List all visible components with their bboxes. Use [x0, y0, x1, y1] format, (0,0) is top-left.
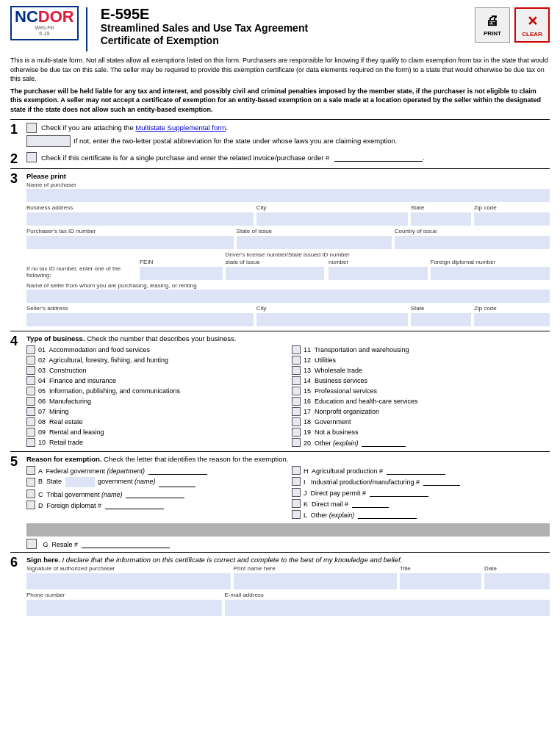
input-drivers-state[interactable]: [226, 267, 325, 280]
input-foreign-diplomat[interactable]: [431, 267, 550, 280]
business-item-17: 17 Nonprofit organization: [292, 407, 550, 416]
business-item-12: 12 Utilities: [292, 356, 550, 365]
input-sellers-city[interactable]: [256, 313, 408, 326]
checkbox-17[interactable]: [292, 407, 301, 416]
business-item-14: 14 Business services: [292, 376, 550, 385]
checkbox-08[interactable]: [26, 417, 35, 426]
form-title-line1: Streamlined Sales and Use Tax Agreement: [101, 22, 308, 35]
input-state-issue[interactable]: [237, 236, 392, 249]
input-zip[interactable]: [474, 212, 550, 226]
checkbox-18[interactable]: [292, 417, 301, 426]
input-name-purchaser[interactable]: [26, 189, 550, 202]
input-country-issue[interactable]: [395, 236, 550, 249]
resale-row: G Resale #: [26, 539, 550, 549]
input-sellers-address[interactable]: [26, 313, 254, 326]
checkbox-A[interactable]: [26, 466, 35, 475]
section1-text2: If not, enter the two-letter postal abbr…: [73, 137, 397, 145]
checkbox-16[interactable]: [292, 397, 301, 406]
input-print-name[interactable]: [234, 573, 397, 589]
input-sellers-state[interactable]: [411, 313, 471, 326]
checkbox-J[interactable]: [292, 488, 301, 497]
label-foreign-diplomat: Foreign diplomat number: [431, 259, 550, 266]
checkbox-05[interactable]: [26, 387, 35, 395]
print-icon: 🖨: [486, 13, 499, 29]
checkbox-03[interactable]: [26, 366, 35, 375]
input-fein[interactable]: [140, 267, 223, 280]
input-drivers-number[interactable]: [329, 267, 428, 280]
checkbox-D[interactable]: [26, 500, 35, 509]
input-sellers-zip[interactable]: [474, 313, 550, 326]
checkbox-07[interactable]: [26, 407, 35, 416]
business-item-02: 02 Agricultural, forestry, fishing, and …: [26, 356, 284, 365]
label-business-address: Business address: [26, 205, 254, 212]
input-city[interactable]: [256, 212, 408, 226]
input-seller-name[interactable]: [26, 290, 550, 303]
checkbox-G[interactable]: [26, 539, 37, 549]
input-title[interactable]: [400, 573, 481, 589]
intro-paragraph1: This is a multi-state form. Not all stat…: [10, 56, 550, 84]
clear-icon: ✕: [527, 13, 538, 29]
label-city2: City: [256, 306, 408, 312]
input-state[interactable]: [411, 212, 471, 226]
ncdor-text: NCDOR: [15, 9, 74, 25]
checkbox-06[interactable]: [26, 397, 35, 406]
business-item-15: 15 Professional services: [292, 387, 550, 395]
checkbox-12[interactable]: [292, 356, 301, 365]
exemption-I: I Industrial production/manufacturing #: [292, 477, 550, 486]
checkbox-13[interactable]: [292, 366, 301, 375]
checkbox-H[interactable]: [292, 466, 301, 475]
form-number: E-595E: [101, 6, 308, 22]
checkbox-15[interactable]: [292, 387, 301, 395]
label-phone: Phone number: [26, 592, 222, 599]
input-tax-id[interactable]: [26, 236, 234, 249]
invoice-input[interactable]: [334, 153, 423, 162]
header-divider: [86, 7, 87, 51]
checkbox-09[interactable]: [26, 428, 35, 437]
checkbox-K[interactable]: [292, 499, 301, 508]
input-phone[interactable]: [26, 600, 222, 616]
form-title-line2: Certificate of Exemption: [101, 35, 308, 47]
section1-text1: Check if you are attaching the Multistat…: [41, 123, 228, 132]
exemption-col2: H Agricultural production # I Industrial…: [292, 466, 550, 521]
clear-button[interactable]: ✕ CLEAR: [514, 7, 550, 43]
ncdor-logo: NCDOR Web-Fill6-19: [10, 6, 79, 40]
state-box-B[interactable]: [65, 477, 95, 487]
print-button[interactable]: 🖨 PRINT: [475, 7, 510, 43]
checkbox-B[interactable]: [26, 478, 35, 487]
input-date[interactable]: [484, 573, 550, 589]
webfill-label: Web-Fill6-19: [35, 25, 54, 37]
business-item-08: 08 Real estate: [26, 417, 284, 426]
input-signature[interactable]: [26, 573, 231, 589]
section1-checkbox1[interactable]: [26, 123, 37, 133]
checkbox-02[interactable]: [26, 356, 35, 365]
business-item-20: 20 Other (explain): [292, 438, 550, 447]
section6-header: Sign here. I declare that the informatio…: [26, 556, 550, 564]
business-item-06: 06 Manufacturing: [26, 397, 284, 406]
checkbox-04[interactable]: [26, 376, 35, 385]
exemption-K: K Direct mail #: [292, 499, 550, 508]
section3-num: 3: [10, 172, 24, 185]
exemption-A: A Federal government (department): [26, 466, 284, 475]
checkbox-11[interactable]: [292, 345, 301, 354]
input-email[interactable]: [225, 600, 550, 616]
checkbox-C[interactable]: [26, 489, 35, 498]
business-item-10: 10 Retail trade: [26, 438, 284, 447]
checkbox-19[interactable]: [292, 428, 301, 437]
checkbox-L[interactable]: [292, 510, 301, 519]
section6-num: 6: [10, 556, 24, 569]
business-item-16: 16 Education and health-care services: [292, 397, 550, 406]
exemption-col1: A Federal government (department) B Stat…: [26, 466, 284, 521]
checkbox-10[interactable]: [26, 438, 35, 447]
label-state-issue2: state of issue: [226, 259, 325, 266]
business-item-01: 01 Accommodation and food services: [26, 345, 284, 354]
checkbox-01[interactable]: [26, 345, 35, 354]
checkbox-20[interactable]: [292, 438, 301, 447]
label-state: State: [411, 205, 471, 212]
section1-state-input[interactable]: [26, 135, 71, 147]
label-zip: Zip code: [474, 205, 550, 212]
input-business-address[interactable]: [26, 212, 254, 226]
checkbox-14[interactable]: [292, 376, 301, 385]
nc-text: NC: [15, 7, 38, 26]
checkbox-I[interactable]: [292, 477, 301, 486]
section2-checkbox[interactable]: [26, 152, 37, 162]
